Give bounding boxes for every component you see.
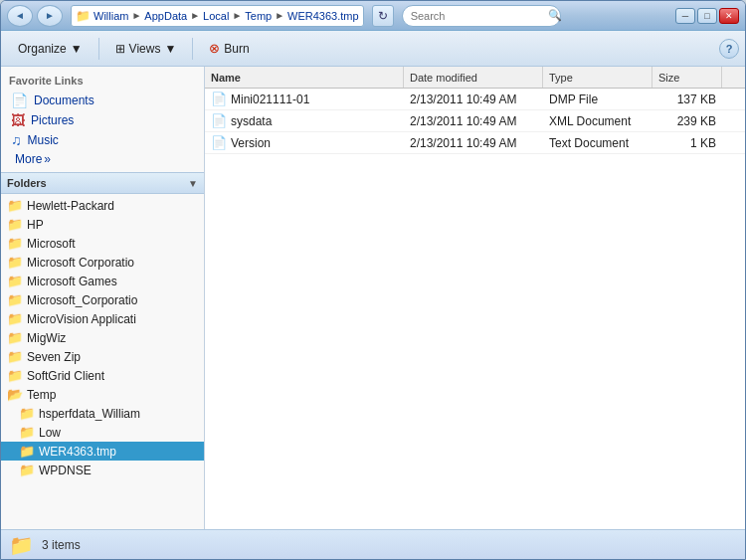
refresh-button[interactable]: ↻ — [372, 5, 394, 27]
burn-icon: ⊗ — [209, 41, 220, 56]
left-panel: Favorite Links 📄 Documents 🖼 Pictures ♫ … — [1, 67, 205, 529]
tree-label: Microsoft Games — [27, 275, 117, 288]
maximize-button[interactable]: □ — [697, 8, 717, 24]
tree-label: Low — [39, 426, 61, 440]
file-size-cell: 137 KB — [653, 89, 722, 109]
column-header-name[interactable]: Name — [205, 67, 404, 88]
folders-label: Folders — [7, 177, 188, 189]
tree-label: WPDNSE — [39, 464, 92, 477]
tree-item-hsperfdata[interactable]: 📁 hsperfdata_William — [1, 404, 204, 423]
tree-item-seven-zip[interactable]: 📁 Seven Zip — [1, 347, 204, 366]
address-bar[interactable]: 📁 William ► AppData ► Local ► Temp ► WER… — [71, 5, 364, 27]
organize-button[interactable]: Organize ▼ — [7, 35, 93, 63]
music-icon: ♫ — [11, 132, 22, 148]
folder-icon: 📁 — [7, 274, 23, 288]
close-button[interactable]: ✕ — [719, 8, 739, 24]
views-label: Views — [129, 42, 161, 56]
file-name-cell: 📄 Version — [205, 132, 404, 153]
tree-item-temp[interactable]: 📂 Temp — [1, 385, 204, 404]
table-row[interactable]: 📄 Version 2/13/2011 10:49 AM Text Docume… — [205, 132, 745, 154]
folder-open-icon: 📂 — [7, 387, 23, 402]
status-folder-icon: 📁 — [9, 533, 34, 557]
folder-icon: 📁 — [7, 330, 23, 345]
tree-item-microsoft-corporation2[interactable]: 📁 Microsoft_Corporatio — [1, 290, 204, 309]
status-bar: 📁 3 items — [1, 529, 745, 559]
table-row[interactable]: 📄 sysdata 2/13/2011 10:49 AM XML Documen… — [205, 110, 745, 132]
favorite-links-section: Favorite Links 📄 Documents 🖼 Pictures ♫ … — [1, 67, 204, 172]
tree-label: hsperfdata_William — [39, 407, 140, 421]
folder-icon: 📁 — [7, 368, 23, 383]
pictures-label: Pictures — [31, 113, 74, 127]
search-input[interactable] — [411, 10, 548, 22]
table-row[interactable]: 📄 Mini021111-01 2/13/2011 10:49 AM DMP F… — [205, 89, 745, 110]
sidebar-item-music[interactable]: ♫ Music — [7, 130, 198, 150]
documents-label: Documents — [34, 93, 94, 107]
tree-item-low[interactable]: 📁 Low — [1, 423, 204, 442]
tree-item-microsoft-games[interactable]: 📁 Microsoft Games — [1, 272, 204, 290]
column-header-type[interactable]: Type — [543, 67, 653, 88]
column-header-date[interactable]: Date modified — [404, 67, 543, 88]
tree-item-microsoft-corporation[interactable]: 📁 Microsoft Corporatio — [1, 253, 204, 272]
tree-label: SoftGrid Client — [27, 369, 104, 383]
dmp-file-icon: 📄 — [211, 92, 227, 106]
status-item-count: 3 items — [42, 538, 81, 552]
xml-file-icon: 📄 — [211, 113, 227, 128]
tree-item-wpdnse[interactable]: 📁 WPDNSE — [1, 461, 204, 479]
path-temp: Temp — [245, 10, 272, 22]
main-content: Favorite Links 📄 Documents 🖼 Pictures ♫ … — [1, 67, 745, 529]
tree-label: Temp — [27, 388, 56, 402]
tree-item-microvision[interactable]: 📁 MicroVision Applicati — [1, 309, 204, 328]
folder-icon: 📁 — [7, 236, 23, 251]
file-list: 📄 Mini021111-01 2/13/2011 10:49 AM DMP F… — [205, 89, 745, 529]
sidebar-item-pictures[interactable]: 🖼 Pictures — [7, 110, 198, 130]
tree-item-wer4363[interactable]: 📁 WER4363.tmp — [1, 442, 204, 461]
sidebar-item-documents[interactable]: 📄 Documents — [7, 91, 198, 110]
file-size-cell: 1 KB — [653, 132, 722, 153]
path-william: William — [93, 10, 128, 22]
more-link[interactable]: More » — [11, 150, 198, 168]
tree-label: HP — [27, 218, 44, 232]
organize-label: Organize — [18, 42, 67, 56]
column-header-size[interactable]: Size — [653, 67, 722, 88]
burn-button[interactable]: ⊗ Burn — [198, 35, 260, 63]
address-path: William ► AppData ► Local ► Temp ► WER43… — [93, 10, 359, 22]
file-type-cell: Text Document — [543, 132, 653, 153]
search-icon: 🔍 — [548, 9, 562, 22]
tree-item-microsoft[interactable]: 📁 Microsoft — [1, 234, 204, 253]
file-name: Version — [231, 136, 271, 150]
forward-button[interactable]: ► — [37, 5, 63, 27]
tree-label: MicroVision Applicati — [27, 312, 136, 326]
help-button[interactable]: ? — [719, 39, 739, 59]
folder-selected-icon: 📁 — [19, 444, 35, 459]
file-name-cell: 📄 sysdata — [205, 110, 404, 131]
back-button[interactable]: ◄ — [7, 5, 33, 27]
file-size-cell: 239 KB — [653, 110, 722, 131]
tree-label: WER4363.tmp — [39, 445, 116, 459]
file-name-cell: 📄 Mini021111-01 — [205, 89, 404, 109]
window-controls: ─ □ ✕ — [675, 8, 739, 24]
pictures-icon: 🖼 — [11, 112, 25, 128]
file-type-cell: XML Document — [543, 110, 653, 131]
views-button[interactable]: ⊞ Views ▼ — [104, 35, 188, 63]
main-window: ◄ ► 📁 William ► AppData ► Local ► Temp ►… — [0, 0, 746, 560]
folder-tree[interactable]: 📁 Hewlett-Packard 📁 HP 📁 Microsoft 📁 Mic… — [1, 194, 204, 529]
folder-icon: 📁 — [19, 406, 35, 421]
search-bar[interactable]: 🔍 — [402, 5, 561, 27]
folders-section-header[interactable]: Folders ▼ — [1, 172, 204, 194]
tree-item-hewlett-packard[interactable]: 📁 Hewlett-Packard — [1, 196, 204, 215]
folder-icon: 📁 — [19, 463, 35, 477]
folder-icon: 📁 — [7, 292, 23, 307]
folders-chevron-icon: ▼ — [188, 178, 198, 189]
tree-item-hp[interactable]: 📁 HP — [1, 215, 204, 234]
organize-chevron-icon: ▼ — [71, 42, 83, 56]
tree-item-softgrid[interactable]: 📁 SoftGrid Client — [1, 366, 204, 385]
address-folder-icon: 📁 — [76, 9, 91, 23]
tree-label: Microsoft_Corporatio — [27, 293, 137, 307]
tree-item-migwiz[interactable]: 📁 MigWiz — [1, 328, 204, 347]
file-list-header: Name Date modified Type Size — [205, 67, 745, 89]
tree-label: Microsoft — [27, 237, 76, 251]
music-label: Music — [28, 133, 59, 147]
tree-label: Microsoft Corporatio — [27, 256, 134, 270]
folder-icon: 📁 — [7, 217, 23, 232]
minimize-button[interactable]: ─ — [675, 8, 695, 24]
